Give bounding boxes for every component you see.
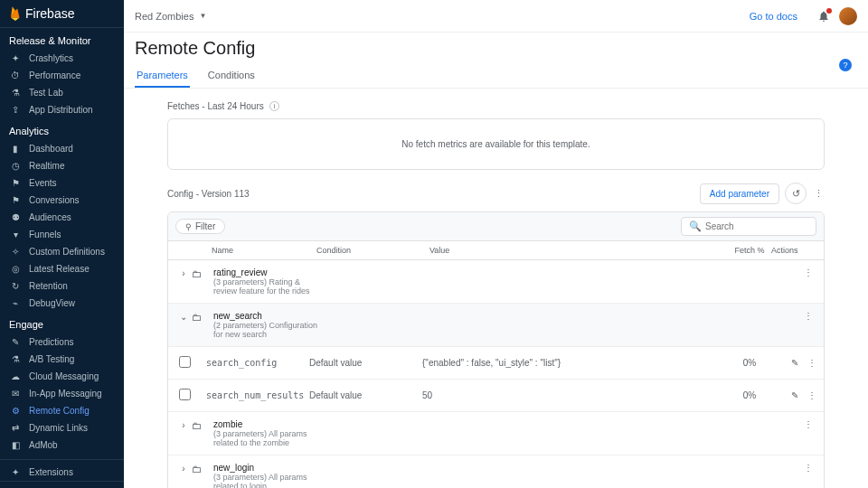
group-row[interactable]: ⌄🗀new_search(2 parameters) Configuration… [168,304,824,347]
sidebar-item-realtime[interactable]: ◷Realtime [0,157,124,174]
extensions-icon: ✦ [9,467,22,477]
chevron-down-icon: ▼ [199,12,206,20]
nav-icon: ⚗ [9,88,22,98]
sidebar-item-app-distribution[interactable]: ⇪App Distribution [0,101,124,118]
group-name: rating_review [213,267,800,277]
group-desc: (3 parameters) All params related to log… [213,473,322,488]
nav-icon: ⚑ [9,195,22,205]
sidebar-item-label: Cloud Messaging [29,371,99,381]
sidebar-item-predictions[interactable]: ✎Predictions [0,333,124,351]
row-overflow-menu[interactable]: ⋮ [800,311,816,321]
sidebar-item-test-lab[interactable]: ⚗Test Lab [0,84,124,101]
sidebar-item-latest-release[interactable]: ◎Latest Release [0,260,124,277]
sidebar-item-custom-definitions[interactable]: ✧Custom Definitions [0,243,124,260]
nav-icon: ⇪ [9,105,22,115]
sidebar-item-performance[interactable]: ⏱Performance [0,67,124,84]
plan-box: Blaze Pay as you go Modify [0,481,124,488]
row-overflow-menu[interactable]: ⋮ [800,419,816,429]
filter-icon: ⚲ [185,222,192,231]
sidebar-item-dynamic-links[interactable]: ⇄Dynamic Links [0,419,124,436]
nav-icon: ✧ [9,247,22,257]
section-release: Release & Monitor [0,28,124,50]
row-checkbox[interactable] [179,356,191,368]
param-condition: Default value [309,358,422,368]
sidebar-item-label: Dashboard [29,144,73,154]
chevron-down-icon[interactable]: ⌄ [175,312,192,322]
chevron-right-icon[interactable]: › [175,268,192,278]
row-overflow-menu[interactable]: ⋮ [807,358,816,368]
group-row[interactable]: ›🗀zombie(3 parameters) All params relate… [168,412,824,455]
sidebar-item-label: Retention [29,281,68,291]
nav-icon: ✎ [9,337,22,347]
nav-icon: ▾ [9,230,22,239]
fetches-label: Fetches - Last 24 Hours [167,101,264,111]
section-analytics: Analytics [0,118,124,140]
nav-icon: ⇄ [9,423,22,433]
nav-icon: ⚉ [9,212,22,222]
filter-chip[interactable]: ⚲ Filter [175,219,225,234]
config-table: ⚲ Filter 🔍 Name Condition Value Fetch % … [167,211,825,488]
row-overflow-menu[interactable]: ⋮ [807,390,816,400]
sidebar-item-conversions[interactable]: ⚑Conversions [0,192,124,209]
row-overflow-menu[interactable]: ⋮ [800,463,816,473]
sidebar-item-in-app-messaging[interactable]: ✉In-App Messaging [0,385,124,402]
param-value: 50 [422,390,728,400]
sidebar-item-cloud-messaging[interactable]: ☁Cloud Messaging [0,368,124,385]
notifications-icon[interactable] [817,10,830,23]
project-selector[interactable]: Red Zombies ▼ [135,11,206,22]
sidebar-item-debugview[interactable]: ⌁DebugView [0,295,124,312]
sidebar-item-label: Custom Definitions [29,247,105,257]
row-overflow-menu[interactable]: ⋮ [800,267,816,277]
tab-parameters[interactable]: Parameters [135,64,190,88]
section-engage: Engage [0,312,124,333]
nav-icon: ▮ [9,144,22,154]
group-name: new_login [213,463,800,473]
group-desc: (2 parameters) Configuration for new sea… [213,321,322,339]
param-name: search_config [201,358,309,368]
sidebar-item-label: Test Lab [29,88,63,98]
go-to-docs-link[interactable]: Go to docs [750,11,797,22]
tab-conditions[interactable]: Conditions [206,64,257,88]
sidebar: Firebase Release & Monitor ✦Crashlytics⏱… [0,0,124,488]
sidebar-item-events[interactable]: ⚑Events [0,174,124,192]
group-name: new_search [213,311,800,321]
search-box[interactable]: 🔍 [681,217,816,236]
help-icon[interactable]: ? [839,59,852,71]
sidebar-item-retention[interactable]: ↻Retention [0,277,124,295]
group-desc: (3 parameters) Rating & review feature f… [213,277,322,296]
nav-icon: ◧ [9,440,22,450]
col-fetch: Fetch % [728,246,771,255]
info-icon[interactable]: i [269,101,279,111]
group-row[interactable]: ›🗀new_login(3 parameters) All params rel… [168,455,824,488]
sidebar-item-remote-config[interactable]: ⚙Remote Config [0,402,124,419]
firebase-logo[interactable]: Firebase [0,0,124,28]
folder-icon: 🗀 [192,268,208,279]
main: Red Zombies ▼ Go to docs Remote Config ?… [124,0,868,488]
sidebar-item-a-b-testing[interactable]: ⚗A/B Testing [0,351,124,368]
col-value: Value [429,246,728,255]
overflow-menu[interactable]: ⋮ [812,183,825,204]
sidebar-item-admob[interactable]: ◧AdMob [0,436,124,454]
edit-icon[interactable]: ✎ [791,358,798,368]
chevron-right-icon[interactable]: › [175,420,192,430]
sidebar-item-label: Performance [29,70,80,80]
group-row[interactable]: ›🗀rating_review(3 parameters) Rating & r… [168,260,824,304]
row-checkbox[interactable] [179,389,191,400]
search-input[interactable] [705,221,808,231]
config-version: Config - Version 113 [167,189,250,199]
sidebar-item-dashboard[interactable]: ▮Dashboard [0,140,124,157]
sidebar-item-funnels[interactable]: ▾Funnels [0,226,124,243]
sidebar-item-audiences[interactable]: ⚉Audiences [0,209,124,226]
folder-icon: 🗀 [192,464,208,474]
group-name: zombie [213,419,800,429]
avatar[interactable] [839,7,857,25]
edit-icon[interactable]: ✎ [791,390,798,400]
filter-label: Filter [195,221,215,231]
sidebar-item-crashlytics[interactable]: ✦Crashlytics [0,50,124,67]
add-parameter-button[interactable]: Add parameter [700,183,779,204]
nav-icon: ✉ [9,389,22,399]
chevron-right-icon[interactable]: › [175,464,192,474]
sidebar-item-extensions[interactable]: ✦ Extensions [0,459,124,481]
nav-icon: ⚑ [9,178,22,188]
history-button[interactable]: ↺ [785,183,807,204]
